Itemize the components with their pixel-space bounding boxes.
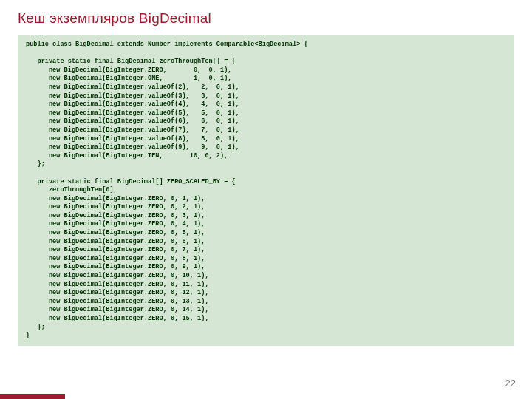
slide-title: Кеш экземпляров BigDecimal: [0, 0, 532, 27]
code-block: public class BigDecimal extends Number i…: [18, 35, 514, 346]
page-number: 22: [505, 378, 516, 389]
accent-bar: [0, 394, 65, 399]
